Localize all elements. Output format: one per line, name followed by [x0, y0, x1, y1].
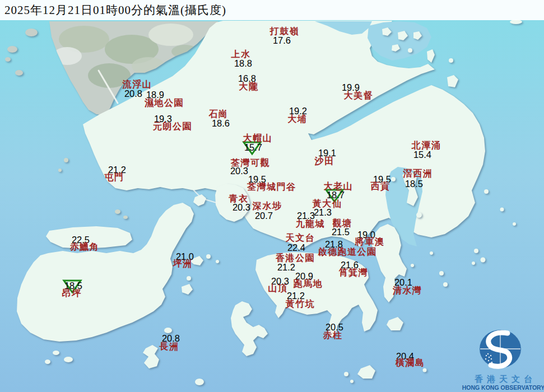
station-name: 大美督: [344, 90, 374, 102]
station-name: 青衣: [229, 193, 249, 205]
station-name: 清水灣: [393, 285, 422, 297]
station-name: 西貢: [371, 181, 390, 193]
hko-logo-icon: [463, 325, 544, 375]
station-name: 山頂: [268, 283, 288, 295]
temperature-map-app: 2025年12月21日01時00分的氣溫(攝氏度) 17.6打鼓嶺18.8上水1…: [0, 0, 544, 392]
station-name: 黃竹坑: [286, 298, 315, 310]
station-name: 大埔: [288, 114, 308, 125]
station-name: 滘西洲: [403, 168, 433, 180]
station-name: 黃大仙: [313, 198, 342, 210]
station-name: 昂坪: [62, 288, 82, 300]
station-name: 打鼓嶺: [270, 26, 300, 38]
station-temp: 18.5: [405, 179, 423, 189]
station-name: 大老山: [324, 181, 354, 193]
station-name: 筲箕灣: [339, 267, 369, 279]
station-name: 石崗: [209, 109, 229, 120]
station-name: 上水: [231, 49, 251, 60]
hko-logo: 香港天文台 HONG KONG OBSERVATORY: [463, 325, 544, 392]
station-name: 跑馬地: [294, 278, 323, 290]
station-name: 大隴: [239, 81, 259, 93]
station-name: 大帽山: [243, 133, 273, 144]
station-name: 深水埗: [253, 200, 282, 212]
station-name: 屯門: [105, 172, 124, 184]
station-name: 啟德跑道公園: [318, 246, 377, 258]
station-name: 天文台: [286, 232, 315, 244]
station-name: 九龍城: [296, 218, 326, 230]
hko-name-chinese: 香港天文台: [463, 374, 544, 385]
station-name: 元朗公園: [153, 121, 192, 133]
station-name: 北潭涌: [412, 140, 441, 152]
station-name: 赤柱: [323, 330, 343, 342]
station-name: 荃灣城門谷: [247, 181, 296, 193]
station-name: 流浮山: [123, 79, 152, 91]
station-name: 觀塘: [333, 218, 352, 230]
station-name: 沙田: [315, 156, 334, 167]
station-name: 荃灣可觀: [231, 157, 270, 169]
station-name: 濕地公園: [145, 97, 184, 109]
hko-name-english: HONG KONG OBSERVATORY: [459, 384, 544, 391]
station-name: 香港公園: [276, 253, 315, 264]
station-name: 長洲: [160, 341, 179, 353]
station-name: 赤鱲角: [70, 241, 100, 253]
station-name: 橫瀾島: [396, 357, 425, 369]
station-name: 坪洲: [173, 258, 193, 270]
